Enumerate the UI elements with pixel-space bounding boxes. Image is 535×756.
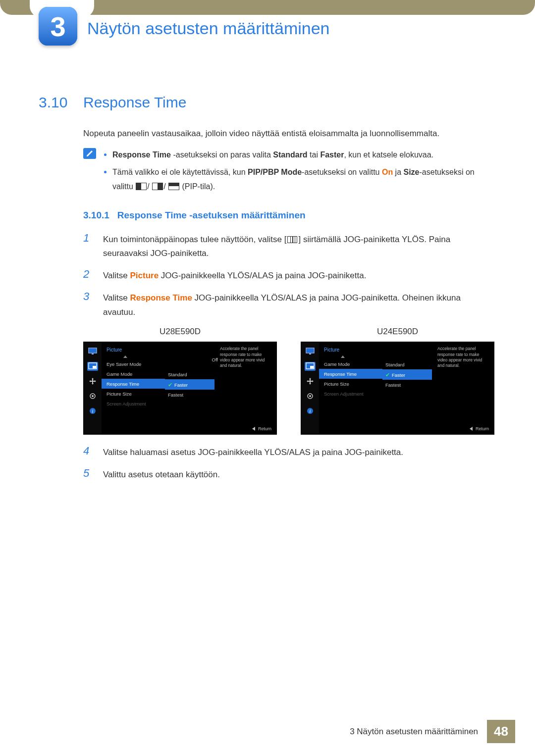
pip-layout-icon [136,183,147,190]
footer-chapter-title: 3 Näytön asetusten määrittäminen [341,727,487,737]
check-icon: ✔ [168,382,172,388]
move-icon [305,377,316,386]
step-1: 1 Kun toimintonäppäinopas tulee näyttöön… [83,232,494,261]
osd-option-selected: ✔Faster [382,370,432,380]
note-item: Tämä valikko ei ole käytettävissä, kun P… [104,165,494,194]
svg-text:i: i [310,408,311,414]
step-number: 4 [83,445,92,460]
svg-rect-13 [310,366,314,368]
osd-option: Fastest [382,380,432,390]
osd-menu-item-selected: Response Time [319,369,382,379]
menu-icon [287,236,297,243]
info-icon: i [305,406,316,415]
pip-icon [305,362,316,371]
info-icon: i [87,406,98,415]
osd-sidebar: i [301,342,319,434]
osd-sidebar: i [84,342,102,434]
svg-point-15 [309,395,311,397]
chapter-badge: 3 [39,7,77,46]
osd-options-list: Standard ✔Faster Fastest [382,342,432,434]
osd-menu-item-selected: Response Time [102,379,165,389]
intro-text: Nopeuta paneelin vastausaikaa, jolloin v… [83,127,494,140]
svg-text:i: i [92,408,94,414]
osd-return-label: Return [252,426,271,431]
step-4: 4 Valitse haluamasi asetus JOG-painikkee… [83,445,494,460]
osd-menu-item: Eye Saver Mode [102,359,165,369]
step-3: 3 Valitse Response Time JOG-painikkeella… [83,290,494,320]
osd-screenshot-1: U28E590D i Picture Eye Saver Mode Game M… [83,327,277,435]
pip-layout-icon [168,183,179,190]
monitor-icon [87,347,98,356]
osd-option: Standard [382,360,432,370]
osd-menu-item-disabled: Screen Adjustment [102,399,165,408]
gear-icon [87,392,98,401]
note-icon [83,148,96,159]
osd-option: Standard [165,370,214,380]
step-5: 5 Valittu asetus otetaan käyttöön. [83,467,494,482]
osd-options-list: Standard ✔Faster Fastest [165,342,214,434]
pip-layout-icon [152,183,163,190]
note-block: Response Time -asetukseksi on paras vali… [83,148,494,197]
section-title: Response Time [83,94,186,111]
move-icon [87,377,98,386]
osd-menu-item: Picture Size [319,379,382,389]
osd-description: Accelerate the panel response rate to ma… [220,346,272,369]
subsection-number: 3.10.1 [83,210,109,221]
svg-rect-1 [89,349,96,353]
page-footer: 3 Näytön asetusten määrittäminen 48 [341,720,515,743]
note-item: Response Time -asetukseksi on paras vali… [104,148,494,162]
step-number: 3 [83,290,92,320]
step-number: 1 [83,232,92,261]
svg-rect-11 [309,353,311,354]
check-icon: ✔ [385,372,390,378]
section-number: 3.10 [39,94,83,111]
svg-rect-4 [93,366,96,368]
osd-model-label: U24E590D [301,327,494,337]
osd-screenshot-2: U24E590D i Picture Game Mode Response Ti… [301,327,494,435]
svg-rect-2 [92,353,94,354]
svg-point-6 [92,395,94,397]
osd-option: Fastest [165,390,214,400]
osd-option-selected: ✔Faster [165,380,214,390]
osd-return-label: Return [470,426,489,431]
gear-icon [305,392,316,401]
osd-menu-item-disabled: Screen Adjustment [319,389,382,399]
osd-description: Accelerate the panel response rate to ma… [437,346,490,369]
osd-menu-item: Game Mode [319,359,382,369]
osd-value-off: Off [212,357,218,362]
osd-menu-list: Picture Game Mode Response Time Picture … [319,342,382,434]
step-number: 2 [83,268,92,283]
page-number: 48 [487,720,515,743]
step-number: 5 [83,467,92,482]
pip-icon [87,362,98,371]
section-heading: 3.10 Response Time [39,94,494,111]
step-2: 2 Valitse Picture JOG-painikkeella YLÖS/… [83,268,494,283]
osd-menu-item: Picture Size [102,389,165,399]
subsection-heading: 3.10.1 Response Time -asetuksen määrittä… [83,210,494,221]
osd-menu-list: Picture Eye Saver Mode Game Mode Respons… [102,342,165,434]
svg-rect-10 [307,349,314,353]
monitor-icon [305,347,316,356]
subsection-title: Response Time -asetuksen määrittäminen [117,210,306,221]
chapter-title: Näytön asetusten määrittäminen [87,19,329,38]
osd-model-label: U28E590D [83,327,277,337]
chapter-number: 3 [50,10,65,43]
osd-menu-item: Game Mode [102,369,165,379]
